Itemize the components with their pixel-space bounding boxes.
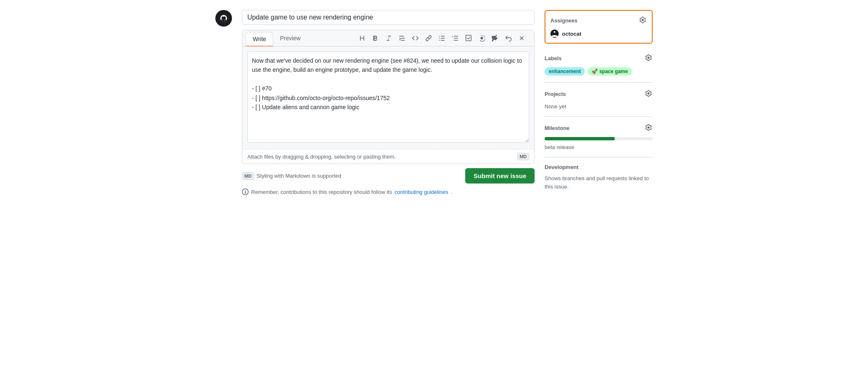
tab-preview[interactable]: Preview: [273, 32, 307, 46]
svg-point-2: [224, 20, 226, 22]
toolbar-bullets[interactable]: [436, 33, 448, 43]
milestone-progress-bar: [545, 137, 653, 140]
issue-body-textarea[interactable]: Now that we've decided on our new render…: [247, 51, 529, 143]
editor-container: Write Preview: [242, 30, 535, 164]
label-enhancement: enhancement: [545, 67, 585, 76]
labels-section: Labels enhancement 🚀 space game: [545, 47, 653, 83]
labels-gear-button[interactable]: [644, 54, 653, 63]
markdown-badge: MD: [517, 153, 529, 160]
milestone-title: Milestone: [545, 125, 570, 131]
contributing-guidelines-link[interactable]: contributing guidelines: [395, 189, 448, 195]
milestone-section: Milestone beta release: [545, 117, 653, 157]
toolbar-mention[interactable]: [476, 33, 488, 43]
assignees-title: Assignees: [550, 17, 577, 24]
attach-files-area: Attach files by dragging & dropping, sel…: [242, 149, 534, 164]
toolbar-code[interactable]: [409, 33, 421, 43]
editor-tabs: Write Preview: [242, 30, 534, 46]
footer-md-badge: MD: [242, 172, 254, 180]
toolbar-fullscreen[interactable]: [516, 33, 528, 43]
assignee-name: octocat: [562, 31, 581, 37]
labels-title: Labels: [545, 55, 562, 61]
contributing-end: .: [451, 189, 452, 195]
user-avatar-container: [215, 10, 232, 197]
development-text: Shows branches and pull requests linked …: [545, 174, 653, 191]
toolbar-undo[interactable]: [503, 33, 514, 43]
development-header: Development: [545, 164, 653, 170]
milestone-gear-button[interactable]: [644, 123, 653, 133]
sidebar: Assignees octocat Labels enhanc: [545, 10, 653, 197]
assignees-header: Assignees: [550, 16, 647, 25]
svg-point-1: [221, 20, 223, 22]
avatar: [215, 10, 232, 27]
labels-header: Labels: [545, 54, 653, 63]
milestone-header: Milestone: [545, 123, 653, 133]
tab-write[interactable]: Write: [246, 32, 273, 46]
toolbar-numbered[interactable]: [449, 33, 461, 43]
milestone-name: beta release: [545, 144, 575, 150]
main-content: Write Preview: [242, 10, 535, 197]
issue-footer: MD Styling with Markdown is supported Su…: [242, 168, 535, 184]
toolbar-quote[interactable]: [396, 33, 408, 43]
markdown-hint: MD Styling with Markdown is supported: [242, 172, 341, 180]
submit-new-issue-button[interactable]: Submit new issue: [465, 168, 535, 184]
contributing-note: Remember, contributions to this reposito…: [242, 188, 535, 195]
development-section: Development Shows branches and pull requ…: [545, 157, 653, 197]
markdown-hint-text: Styling with Markdown is supported: [256, 173, 341, 179]
attach-text: Attach files by dragging & dropping, sel…: [247, 154, 396, 160]
assignees-section: Assignees octocat: [545, 10, 653, 44]
toolbar-reference[interactable]: [489, 33, 501, 43]
assignees-gear-button[interactable]: [639, 16, 647, 25]
projects-section: Projects None yet: [545, 83, 653, 117]
info-icon: [242, 188, 249, 195]
labels-row: enhancement 🚀 space game: [545, 67, 653, 76]
projects-none: None yet: [545, 103, 566, 110]
projects-gear-button[interactable]: [644, 89, 653, 99]
issue-title-input[interactable]: [242, 10, 535, 25]
label-spacegame: 🚀 space game: [587, 67, 632, 76]
toolbar-italic[interactable]: [383, 33, 395, 43]
projects-title: Projects: [545, 91, 566, 97]
milestone-progress-fill: [545, 137, 615, 140]
assignee-avatar: [550, 29, 559, 38]
contributing-text: Remember, contributions to this reposito…: [251, 189, 392, 195]
editor-tabs-row: Write Preview: [242, 30, 534, 46]
toolbar-task[interactable]: [463, 33, 474, 43]
projects-header: Projects: [545, 89, 653, 99]
editor-toolbar: [353, 32, 531, 45]
toolbar-bold[interactable]: [370, 33, 381, 43]
development-title: Development: [545, 164, 579, 170]
toolbar-heading[interactable]: [356, 33, 368, 43]
toolbar-link[interactable]: [423, 33, 434, 43]
svg-point-0: [217, 12, 230, 25]
assignee-row: octocat: [550, 29, 647, 38]
textarea-area: Now that we've decided on our new render…: [242, 46, 534, 149]
